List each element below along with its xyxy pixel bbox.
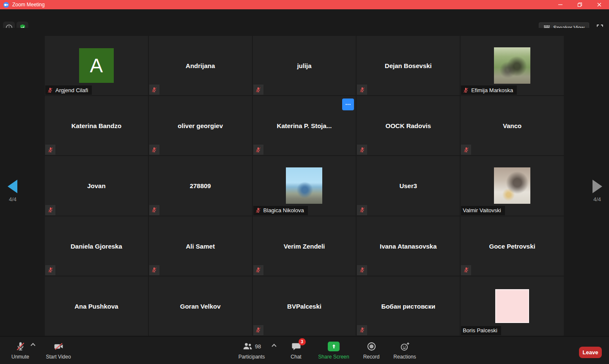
muted-mic-indicator [357, 85, 367, 95]
participant-video [286, 167, 322, 204]
participant-name: Andrijana [149, 62, 252, 69]
record-button[interactable]: Record [354, 341, 388, 360]
participant-name: Vanco [461, 122, 564, 129]
muted-mic-icon [359, 87, 365, 93]
participant-tile[interactable]: Katerina Bandzo [45, 96, 148, 155]
participants-count: 98 [255, 343, 261, 350]
more-options-button[interactable] [342, 99, 354, 110]
muted-mic-icon [15, 341, 26, 352]
participants-button[interactable]: 98 Participants [233, 341, 271, 360]
muted-mic-icon [359, 207, 365, 213]
participant-video [494, 47, 530, 84]
window-titlebar: Zoom Meeting [0, 0, 609, 9]
start-video-label: Start Video [46, 354, 71, 360]
muted-mic-indicator [149, 205, 159, 215]
participant-name: Katerina Bandzo [45, 122, 148, 129]
participant-tile[interactable]: Blagica Nikolova [253, 156, 356, 215]
muted-mic-icon [255, 267, 261, 273]
record-label: Record [363, 354, 380, 360]
meeting-header: Speaker View [0, 9, 609, 28]
participant-tile[interactable]: oliver georgiev [149, 96, 252, 155]
participant-tile[interactable]: Daniela Gjoreska [45, 216, 148, 276]
muted-mic-indicator [149, 145, 159, 155]
participant-name: Verim Zendeli [253, 242, 356, 249]
previous-page-arrow[interactable] [8, 180, 17, 193]
start-video-button[interactable]: Start Video [42, 341, 74, 360]
muted-mic-icon [47, 87, 53, 93]
muted-mic-icon [255, 207, 261, 213]
participants-options-chevron[interactable] [272, 344, 276, 348]
close-button[interactable] [590, 0, 609, 9]
participant-tile[interactable]: Ali Samet [149, 216, 252, 276]
muted-mic-indicator [149, 85, 159, 95]
minimize-button[interactable] [551, 0, 570, 9]
participant-name: Бобан ристовски [357, 302, 460, 309]
participant-tile[interactable]: BVPalceski [253, 276, 356, 336]
zoom-logo-icon [3, 2, 9, 8]
muted-mic-indicator [253, 145, 263, 155]
share-screen-label: Share Screen [318, 354, 349, 360]
record-icon [366, 341, 377, 352]
participant-tile[interactable]: Andrijana [149, 36, 252, 95]
participant-name: Daniela Gjoreska [45, 242, 148, 249]
name-label: Boris Palceski [461, 326, 501, 335]
muted-mic-icon [463, 87, 469, 93]
participant-video [494, 167, 530, 204]
participant-tile[interactable]: Goce Petrovski [461, 216, 564, 276]
participant-tile[interactable]: Valmir Vaitovski [461, 156, 564, 215]
chat-badge: 3 [299, 338, 306, 345]
muted-mic-indicator [253, 265, 263, 275]
reactions-icon [400, 341, 410, 352]
participant-tile[interactable]: A Argjend Cilafi [45, 36, 148, 95]
participant-name: Jovan [45, 182, 148, 189]
muted-mic-icon [359, 147, 365, 153]
participants-label: Participants [239, 354, 265, 360]
muted-mic-icon [255, 87, 261, 93]
muted-mic-icon [463, 147, 469, 153]
participant-tile[interactable]: Бобан ристовски [357, 276, 460, 336]
meeting-toolbar: Unmute Start Video 98 Participants [0, 336, 609, 364]
participant-tile[interactable]: Verim Zendeli [253, 216, 356, 276]
restore-button[interactable] [570, 0, 590, 9]
muted-mic-indicator [357, 205, 367, 215]
reactions-button[interactable]: Reactions [388, 341, 422, 360]
participant-name: Katerina P. Stoja... [253, 122, 356, 129]
leave-button[interactable]: Leave [579, 347, 602, 358]
participant-tile[interactable]: Vanco [461, 96, 564, 155]
muted-mic-indicator [357, 325, 367, 335]
participant-tile[interactable]: Katerina P. Stoja... [253, 96, 356, 155]
participant-tile[interactable]: Efimija Markoska [461, 36, 564, 95]
participant-tile[interactable]: Boris Palceski [461, 276, 564, 336]
participant-tile[interactable]: Ana Pushkova [45, 276, 148, 336]
muted-mic-icon [359, 327, 365, 333]
participant-name: BVPalceski [253, 302, 356, 309]
muted-mic-icon [255, 147, 261, 153]
next-page-arrow[interactable] [593, 180, 602, 193]
participant-tile[interactable]: julija [253, 36, 356, 95]
share-screen-icon [328, 342, 340, 351]
participant-name: 278809 [149, 182, 252, 189]
muted-mic-indicator [461, 265, 471, 275]
muted-mic-indicator [45, 205, 55, 215]
muted-mic-indicator [357, 145, 367, 155]
participant-tile[interactable]: 278809 [149, 156, 252, 215]
muted-mic-indicator [253, 325, 263, 335]
participant-name: Ana Pushkova [45, 302, 148, 309]
participant-tile[interactable]: Goran Velkov [149, 276, 252, 336]
chat-button[interactable]: 3 Chat [279, 341, 313, 360]
participant-tile[interactable]: Ivana Atanasovska [357, 216, 460, 276]
participant-name: OOCK Radovis [357, 122, 460, 129]
muted-mic-indicator [45, 145, 55, 155]
participant-tile[interactable]: User3 [357, 156, 460, 215]
participant-tile[interactable]: OOCK Radovis [357, 96, 460, 155]
muted-mic-indicator [149, 265, 159, 275]
video-off-icon [53, 341, 64, 352]
participant-tile[interactable]: Dejan Bosevski [357, 36, 460, 95]
participant-name: Ivana Atanasovska [357, 242, 460, 249]
reactions-label: Reactions [393, 354, 416, 360]
page-indicator-left: 4/4 [3, 196, 22, 203]
participant-name: Goce Petrovski [461, 242, 564, 249]
share-screen-button[interactable]: Share Screen [315, 341, 353, 360]
participant-tile[interactable]: Jovan [45, 156, 148, 215]
muted-mic-indicator [461, 145, 471, 155]
